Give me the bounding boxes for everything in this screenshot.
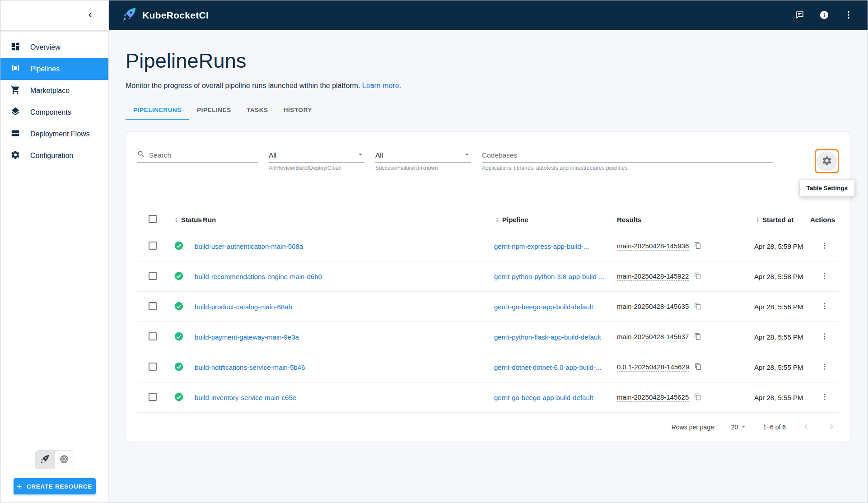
started-at-value: Apr 28, 5:55 PM <box>733 394 810 401</box>
sort-icon <box>195 216 201 223</box>
codebases-filter-helper: Applications, libraries, autotests and i… <box>482 165 773 171</box>
pipeline-link[interactable]: gerrit-python-flask-app-build-default <box>494 333 601 341</box>
column-header-run[interactable]: Run <box>195 216 494 224</box>
pipeline-link[interactable]: gerrit-go-beego-app-build-default <box>494 394 593 401</box>
sort-icon <box>494 216 501 223</box>
page-title: PipelineRuns <box>126 49 850 73</box>
create-resource-button[interactable]: + CREATE RESOURCE <box>14 478 96 494</box>
copy-button[interactable] <box>695 363 702 372</box>
copy-button[interactable] <box>694 272 701 281</box>
select-all-checkbox[interactable] <box>149 215 157 223</box>
success-status-icon <box>174 362 184 373</box>
row-checkbox[interactable] <box>149 302 157 310</box>
tab-history[interactable]: HISTORY <box>276 101 320 120</box>
row-checkbox[interactable] <box>149 363 157 371</box>
result-value: main-20250428-145936 <box>617 242 689 251</box>
search-icon <box>137 150 145 160</box>
more-menu-button[interactable] <box>843 10 854 21</box>
result-value: main-20250428-145625 <box>617 393 689 402</box>
copy-button[interactable] <box>694 303 701 311</box>
run-link[interactable]: build-user-authentication-main-508a <box>195 242 303 250</box>
sidebar-item-components[interactable]: Components <box>0 102 108 123</box>
row-checkbox[interactable] <box>149 332 157 340</box>
kubernetes-toggle-button[interactable] <box>55 451 74 469</box>
plus-icon: + <box>17 482 22 491</box>
chevron-left-icon <box>85 14 95 21</box>
started-at-value: Apr 28, 5:58 PM <box>733 273 810 280</box>
copy-button[interactable] <box>694 333 701 341</box>
codebases-filter: Applications, libraries, autotests and i… <box>482 148 773 171</box>
tab-pipelines[interactable]: PIPELINES <box>189 101 239 120</box>
sidebar-item-marketplace[interactable]: Marketplace <box>0 80 108 102</box>
table-row: build-recommendations-engine-main-d6b0 g… <box>137 261 839 292</box>
copy-icon <box>694 272 701 281</box>
sidebar-item-deployment-flows[interactable]: Deployment Flows <box>0 123 108 145</box>
search-input[interactable] <box>149 151 258 159</box>
row-actions-button[interactable] <box>819 391 830 404</box>
runtime-toggle <box>35 450 74 469</box>
chat-button[interactable] <box>794 10 805 21</box>
info-button[interactable] <box>819 10 830 21</box>
sidebar-item-label: Marketplace <box>30 87 70 95</box>
next-page-button[interactable] <box>826 422 836 433</box>
run-link[interactable]: build-payment-gateway-main-9e3a <box>195 333 299 341</box>
copy-button[interactable] <box>694 242 701 251</box>
copy-icon <box>695 363 702 372</box>
tab-pipelineruns[interactable]: PIPELINERUNS <box>126 101 189 120</box>
success-status-icon <box>174 271 184 282</box>
sidebar-item-configuration[interactable]: Configuration <box>0 145 108 167</box>
status-filter-select[interactable]: All <box>375 148 471 163</box>
column-header-pipeline[interactable]: Pipeline <box>494 216 606 224</box>
layers-icon <box>10 107 20 118</box>
run-link[interactable]: build-notifications-service-main-5b46 <box>195 363 305 371</box>
row-actions-button[interactable] <box>819 331 830 343</box>
pipelines-icon <box>10 63 20 75</box>
pipeline-link[interactable]: gerrit-go-beego-app-build-default <box>494 303 593 311</box>
column-header-started-at[interactable]: Started at <box>733 216 810 224</box>
row-actions-button[interactable] <box>819 361 830 373</box>
run-link[interactable]: build-product-catalog-main-68ab <box>195 303 292 311</box>
type-filter-select[interactable]: All <box>269 148 364 163</box>
rows-per-page-select[interactable]: 20 <box>731 423 748 432</box>
row-checkbox[interactable] <box>149 393 157 401</box>
learn-more-link[interactable]: Learn more. <box>362 82 401 89</box>
pagination: Rows per page: 20 1–6 of 6 <box>137 413 839 442</box>
collapse-sidebar-button[interactable] <box>84 9 97 22</box>
codebases-input[interactable] <box>482 151 773 159</box>
kebab-menu-icon <box>844 10 854 21</box>
column-header-status[interactable]: Status <box>162 216 195 224</box>
pipeline-link[interactable]: gerrit-npm-express-app-build-... <box>494 242 589 250</box>
started-at-value: Apr 28, 5:56 PM <box>733 303 810 311</box>
previous-page-button[interactable] <box>801 422 811 433</box>
sidebar-nav: Overview Pipelines Marketplace Component… <box>0 30 108 167</box>
run-link[interactable]: build-inventory-service-main-c65e <box>195 394 296 401</box>
row-actions-button[interactable] <box>819 301 830 313</box>
row-checkbox[interactable] <box>149 272 157 280</box>
pipeline-link[interactable]: gerrit-python-python-3.8-app-build-... <box>494 273 604 280</box>
table-row: build-payment-gateway-main-9e3a gerrit-p… <box>137 322 839 352</box>
type-filter-helper: All/Review/Build/Deploy/Clean <box>269 165 364 171</box>
top-bar: KubeRocketCI <box>109 0 868 30</box>
page-description: Monitor the progress of overall pipeline… <box>126 82 850 90</box>
copy-icon <box>694 333 701 341</box>
kebab-menu-icon <box>820 271 829 282</box>
pipeline-link[interactable]: gerrit-dotnet-dotnet-6.0-app-build-... <box>494 363 602 371</box>
row-actions-button[interactable] <box>819 270 830 283</box>
tab-tasks[interactable]: TASKS <box>239 101 276 120</box>
gear-icon <box>821 155 832 168</box>
row-checkbox[interactable] <box>149 242 157 250</box>
row-actions-button[interactable] <box>819 240 830 252</box>
rocket-toggle-button[interactable] <box>36 451 55 469</box>
result-value: main-20250428-145637 <box>617 333 689 341</box>
table-settings-button[interactable] <box>817 151 837 171</box>
success-status-icon <box>174 241 184 252</box>
sidebar-item-pipelines[interactable]: Pipelines <box>0 58 108 80</box>
kebab-menu-icon <box>820 332 829 342</box>
sidebar-item-label: Components <box>30 108 71 116</box>
table-row: build-user-authentication-main-508a gerr… <box>137 231 839 261</box>
success-status-icon <box>174 301 184 312</box>
sidebar-item-overview[interactable]: Overview <box>0 37 108 58</box>
run-link[interactable]: build-recommendations-engine-main-d6b0 <box>195 273 322 280</box>
status-filter-helper: Success/Failure/Unknown <box>375 165 471 171</box>
copy-button[interactable] <box>694 393 701 402</box>
